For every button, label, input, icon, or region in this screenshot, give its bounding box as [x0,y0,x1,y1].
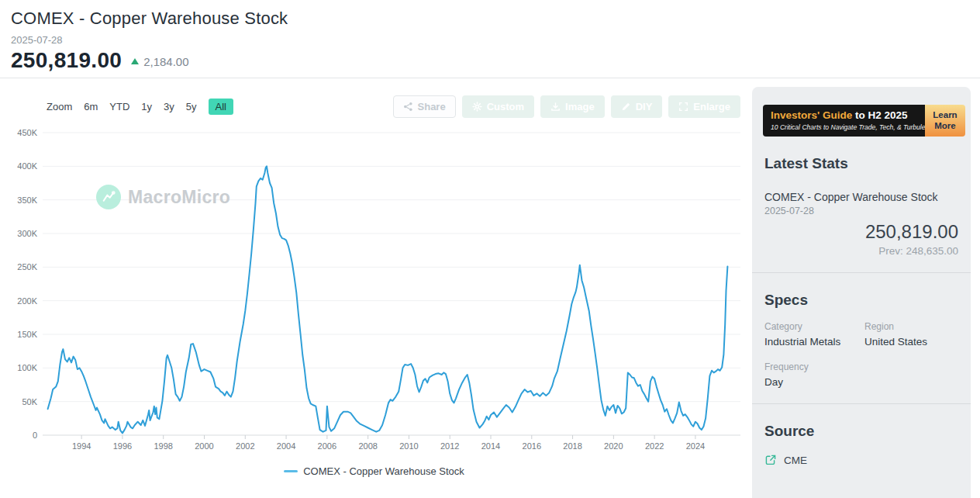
x-tick-label: 2022 [645,441,664,451]
share-icon [403,102,413,112]
action-label: DIY [636,101,653,112]
latest-stats-section: Latest Stats COMEX - Copper Warehouse St… [752,137,971,272]
promo-banner-text: Investors' Guide to H2 2025 10 Critical … [763,105,925,137]
source-link-cme[interactable]: CME [764,454,958,466]
stat-date: 2025-07-28 [764,206,958,216]
banner-title-em: Investors' Guide [771,109,852,121]
x-tick-label: 2000 [195,441,213,451]
share-button[interactable]: Share [393,95,456,118]
y-tick-label: 250K [17,262,37,271]
x-tick-label: 1998 [154,441,172,451]
specs-section: Specs CategoryIndustrial MetalsRegionUni… [752,272,971,403]
action-label: Image [565,101,595,112]
source-heading: Source [764,423,958,440]
y-tick-label: 450K [17,128,37,137]
x-tick-label: 2012 [440,441,459,451]
range-all[interactable]: All [209,99,233,115]
header-date: 2025-07-28 [11,34,969,46]
specs-grid: CategoryIndustrial MetalsRegionUnited St… [764,321,958,388]
y-tick-label: 150K [17,330,37,339]
external-link-icon [764,454,777,466]
stat-prev: Prev: 248,635.00 [764,245,958,257]
legend-label: COMEX - Copper Warehouse Stock [303,465,464,477]
x-tick-label: 2016 [523,441,541,451]
learn-more-button[interactable]: Learn More [925,105,965,137]
change-up-icon [131,58,139,64]
stat-prev-label: Prev: [878,245,903,257]
chart-legend[interactable]: COMEX - Copper Warehouse Stock [0,465,748,477]
series-line[interactable] [48,166,728,433]
y-tick-label: 200K [17,296,37,306]
x-tick-label: 2024 [686,441,705,451]
promo-banner[interactable]: Investors' Guide to H2 2025 10 Critical … [763,105,965,137]
x-tick-label: 2018 [563,441,581,451]
range-toolbar: Zoom 6mYTD1y3y5yAll [47,99,233,115]
spec-region: RegionUnited States [864,321,958,348]
page-title: COMEX - Copper Warehouse Stock [11,9,969,29]
custom-button[interactable]: Custom [462,95,534,118]
y-tick-label: 400K [17,161,37,171]
source-link-label: CME [784,455,807,466]
x-tick-label: 2002 [236,441,254,451]
zoom-label: Zoom [47,101,72,112]
x-tick-label: 2006 [318,441,336,451]
range-6m[interactable]: 6m [84,101,98,112]
y-tick-label: 350K [17,195,37,205]
spec-frequency: FrequencyDay [764,361,861,388]
banner-subtitle: 10 Critical Charts to Navigate Trade, Te… [771,123,913,131]
x-tick-label: 2008 [358,441,377,451]
x-tick-label: 2014 [481,441,500,451]
range-5y[interactable]: 5y [186,101,197,112]
action-label: Custom [487,101,524,112]
latest-stats-heading: Latest Stats [764,155,958,172]
page: COMEX - Copper Warehouse Stock 2025-07-2… [0,0,980,498]
action-label: Share [418,101,446,112]
range-ytd[interactable]: YTD [109,101,129,112]
expand-icon [678,102,688,112]
line-chart: 450K400K350K300K250K200K150K100K50K01994… [0,119,748,461]
range-3y[interactable]: 3y [164,101,174,112]
stat-prev-value: 248,635.00 [906,245,958,257]
range-items: 6mYTD1y3y5yAll [84,99,233,115]
latest-value: 250,819.00 [11,48,122,73]
pencil-icon [621,102,631,112]
stat-value: 250,819.00 [764,221,958,243]
source-section: Source CME [752,403,971,482]
gear-icon [472,102,482,112]
image-button[interactable]: Image [540,95,605,118]
banner-title-rest: to H2 2025 [852,109,907,121]
x-tick-label: 2020 [604,441,623,451]
y-tick-label: 100K [17,363,37,372]
header: COMEX - Copper Warehouse Stock 2025-07-2… [0,0,980,78]
y-tick-label: 300K [17,229,37,238]
sidebar: Investors' Guide to H2 2025 10 Critical … [752,87,971,498]
stat-series-name: COMEX - Copper Warehouse Stock [764,191,958,203]
download-icon [550,102,561,112]
action-label: Enlarge [693,101,730,112]
x-tick-label: 1994 [72,441,91,451]
header-value-row: 250,819.00 2,184.00 [11,48,969,73]
y-tick-label: 0 [33,431,37,440]
chart-panel: Zoom 6mYTD1y3y5yAll ShareCustomImageDIYE… [0,79,748,498]
chart-action-buttons: ShareCustomImageDIYEnlarge [393,95,740,118]
enlarge-button[interactable]: Enlarge [668,95,740,118]
range-1y[interactable]: 1y [141,101,152,112]
x-tick-label: 2010 [399,441,418,451]
spec-category: CategoryIndustrial Metals [764,321,861,348]
change-value: 2,184.00 [143,55,188,68]
specs-heading: Specs [764,292,958,309]
x-tick-label: 1996 [113,441,132,451]
y-tick-label: 50K [22,397,37,406]
diy-button[interactable]: DIY [611,95,663,118]
x-tick-label: 2004 [277,441,295,451]
legend-swatch [284,470,298,472]
